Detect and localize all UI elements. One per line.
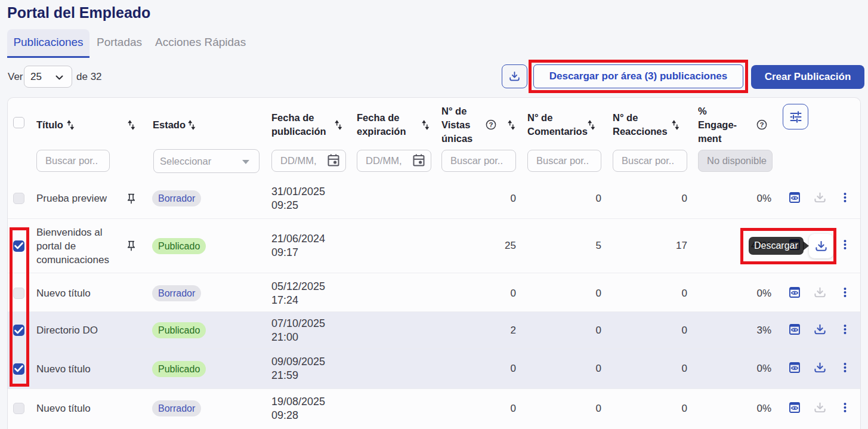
svg-text:?: ?: [489, 121, 493, 128]
svg-text:?: ?: [760, 121, 764, 128]
